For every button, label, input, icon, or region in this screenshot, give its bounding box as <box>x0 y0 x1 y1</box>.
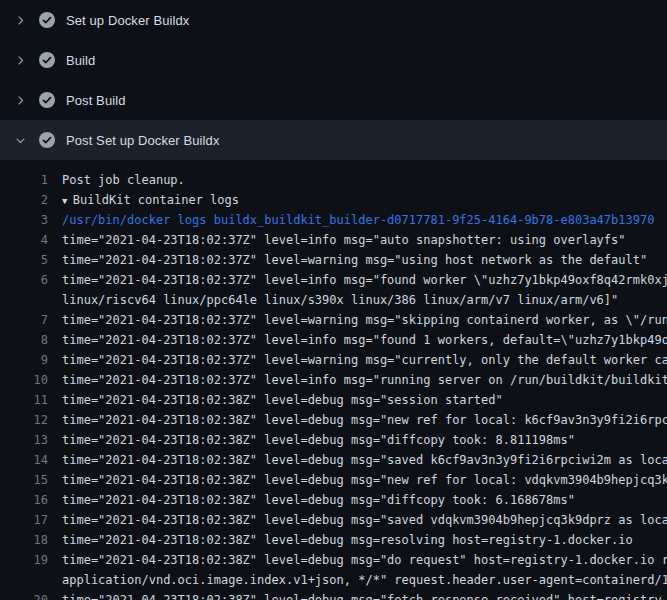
log-text: time="2021-04-23T18:02:37Z" level=warnin… <box>62 350 667 370</box>
log-line-number <box>0 570 48 590</box>
log-row: 2▼ BuildKit container logs <box>0 190 667 210</box>
log-row: 12time="2021-04-23T18:02:38Z" level=debu… <box>0 410 667 430</box>
log-text: time="2021-04-23T18:02:38Z" level=debug … <box>62 470 667 490</box>
chevron-right-icon <box>14 54 26 66</box>
step-label: Post Set up Docker Buildx <box>66 133 220 148</box>
log-line-number <box>0 290 48 310</box>
log-line-number[interactable]: 4 <box>0 230 48 250</box>
log-line-number[interactable]: 17 <box>0 510 48 530</box>
check-circle-icon <box>39 92 55 108</box>
log-line-number[interactable]: 7 <box>0 310 48 330</box>
workflow-log-viewer: Set up Docker Buildx Build Post Build Po… <box>0 0 667 600</box>
log-text: time="2021-04-23T18:02:38Z" level=debug … <box>62 530 667 550</box>
check-circle-icon <box>39 132 55 148</box>
log-line-number[interactable]: 14 <box>0 450 48 470</box>
log-line-number[interactable]: 6 <box>0 270 48 290</box>
log-text: application/vnd.oci.image.index.v1+json,… <box>62 570 667 590</box>
log-row: 16time="2021-04-23T18:02:38Z" level=debu… <box>0 490 667 510</box>
step-label: Build <box>66 53 95 68</box>
step-header-post-set-up-docker-buildx[interactable]: Post Set up Docker Buildx <box>0 120 667 160</box>
log-row-continuation: linux/riscv64 linux/ppc64le linux/s390x … <box>0 290 667 310</box>
log-line-number[interactable]: 8 <box>0 330 48 350</box>
log-text: time="2021-04-23T18:02:37Z" level=info m… <box>62 230 667 250</box>
log-text: time="2021-04-23T18:02:38Z" level=debug … <box>62 490 667 510</box>
log-line-number[interactable]: 20 <box>0 590 48 600</box>
log-line-number[interactable]: 3 <box>0 210 48 230</box>
log-row: 18time="2021-04-23T18:02:38Z" level=debu… <box>0 530 667 550</box>
check-circle-icon <box>39 12 55 28</box>
log-line-number[interactable]: 1 <box>0 170 48 190</box>
log-group-toggle[interactable]: ▼ BuildKit container logs <box>62 190 667 210</box>
log-line-number[interactable]: 13 <box>0 430 48 450</box>
log-row: 5time="2021-04-23T18:02:37Z" level=warni… <box>0 250 667 270</box>
log-row: 9time="2021-04-23T18:02:37Z" level=warni… <box>0 350 667 370</box>
log-line-number[interactable]: 18 <box>0 530 48 550</box>
log-line-number[interactable]: 9 <box>0 350 48 370</box>
log-row: 6time="2021-04-23T18:02:37Z" level=info … <box>0 270 667 290</box>
log-text: time="2021-04-23T18:02:38Z" level=debug … <box>62 390 667 410</box>
step-header-build[interactable]: Build <box>0 40 667 80</box>
log-row: 20time="2021-04-23T18:02:38Z" level=debu… <box>0 590 667 600</box>
step-label: Set up Docker Buildx <box>66 13 189 28</box>
step-label: Post Build <box>66 93 126 108</box>
log-line-number[interactable]: 10 <box>0 370 48 390</box>
log-line-number[interactable]: 19 <box>0 550 48 570</box>
log-text: linux/riscv64 linux/ppc64le linux/s390x … <box>62 290 667 310</box>
log-row: 10time="2021-04-23T18:02:37Z" level=info… <box>0 370 667 390</box>
log-line-number[interactable]: 12 <box>0 410 48 430</box>
log-line-number[interactable]: 16 <box>0 490 48 510</box>
log-lines: 1Post job cleanup.2▼ BuildKit container … <box>0 160 667 600</box>
log-text: Post job cleanup. <box>62 170 667 190</box>
log-text: time="2021-04-23T18:02:37Z" level=info m… <box>62 330 667 350</box>
log-text: time="2021-04-23T18:02:38Z" level=debug … <box>62 430 667 450</box>
log-text: time="2021-04-23T18:02:38Z" level=debug … <box>62 590 667 600</box>
log-text: time="2021-04-23T18:02:38Z" level=debug … <box>62 510 667 530</box>
log-row: 14time="2021-04-23T18:02:38Z" level=debu… <box>0 450 667 470</box>
log-row: 8time="2021-04-23T18:02:37Z" level=info … <box>0 330 667 350</box>
log-row-continuation: application/vnd.oci.image.index.v1+json,… <box>0 570 667 590</box>
step-header-post-build[interactable]: Post Build <box>0 80 667 120</box>
log-row: 7time="2021-04-23T18:02:37Z" level=warni… <box>0 310 667 330</box>
log-line-number[interactable]: 2 <box>0 190 48 210</box>
chevron-down-icon <box>14 134 26 146</box>
log-row: 4time="2021-04-23T18:02:37Z" level=info … <box>0 230 667 250</box>
step-header-set-up-docker-buildx[interactable]: Set up Docker Buildx <box>0 0 667 40</box>
log-row: 11time="2021-04-23T18:02:38Z" level=debu… <box>0 390 667 410</box>
log-text: time="2021-04-23T18:02:38Z" level=debug … <box>62 450 667 470</box>
log-text: time="2021-04-23T18:02:38Z" level=debug … <box>62 410 667 430</box>
log-row: 19time="2021-04-23T18:02:38Z" level=debu… <box>0 550 667 570</box>
log-text: time="2021-04-23T18:02:37Z" level=info m… <box>62 370 667 390</box>
group-expanded-triangle-icon: ▼ <box>62 196 73 206</box>
log-row: 3/usr/bin/docker logs buildx_buildkit_bu… <box>0 210 667 230</box>
check-circle-icon <box>39 52 55 68</box>
log-text: time="2021-04-23T18:02:38Z" level=debug … <box>62 550 667 570</box>
log-row: 13time="2021-04-23T18:02:38Z" level=debu… <box>0 430 667 450</box>
log-line-number[interactable]: 11 <box>0 390 48 410</box>
log-line-number[interactable]: 5 <box>0 250 48 270</box>
chevron-right-icon <box>14 14 26 26</box>
log-text: time="2021-04-23T18:02:37Z" level=info m… <box>62 270 667 290</box>
log-row: 1Post job cleanup. <box>0 170 667 190</box>
log-row: 17time="2021-04-23T18:02:38Z" level=debu… <box>0 510 667 530</box>
log-text: time="2021-04-23T18:02:37Z" level=warnin… <box>62 250 667 270</box>
log-text: time="2021-04-23T18:02:37Z" level=warnin… <box>62 310 667 330</box>
log-line-number[interactable]: 15 <box>0 470 48 490</box>
log-row: 15time="2021-04-23T18:02:38Z" level=debu… <box>0 470 667 490</box>
log-command-text: /usr/bin/docker logs buildx_buildkit_bui… <box>62 210 667 230</box>
chevron-right-icon <box>14 94 26 106</box>
